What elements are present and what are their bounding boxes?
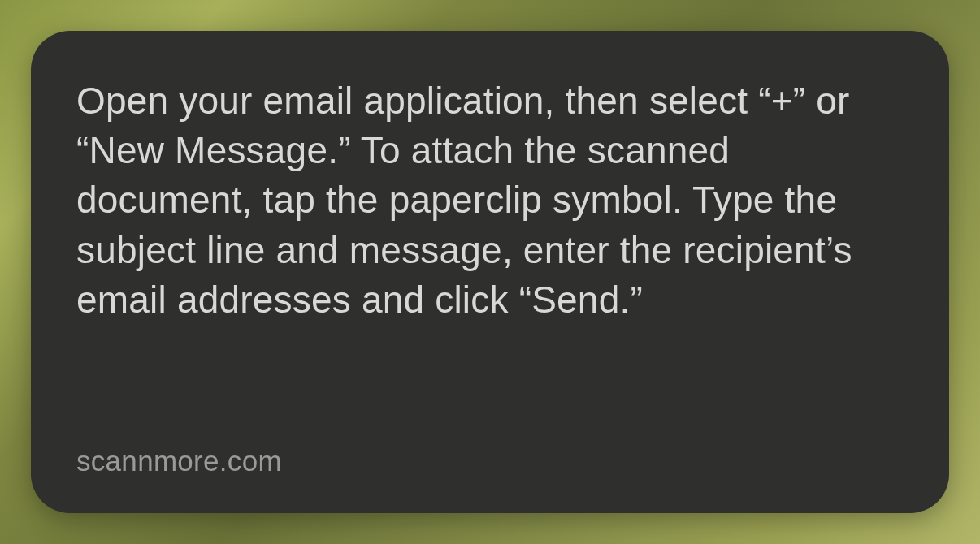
info-card: Open your email application, then select… (31, 31, 949, 513)
card-source-link[interactable]: scannmore.com (76, 445, 904, 477)
card-body-text: Open your email application, then select… (76, 76, 904, 325)
